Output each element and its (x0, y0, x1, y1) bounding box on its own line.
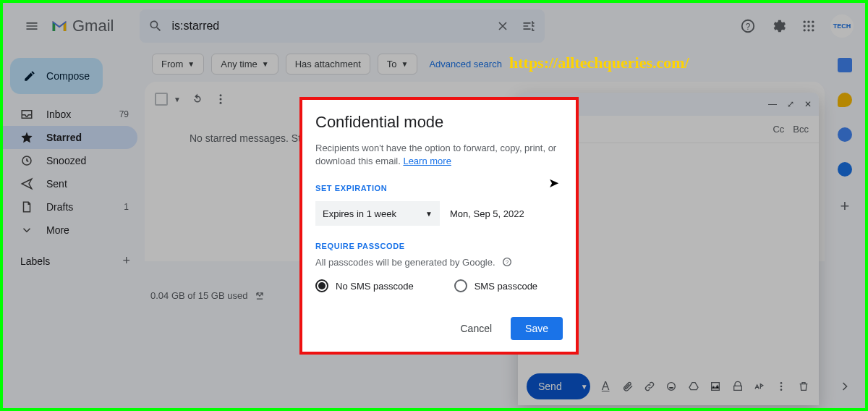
radio-icon (454, 279, 467, 292)
cancel-button[interactable]: Cancel (451, 317, 501, 340)
expiration-select[interactable]: Expires in 1 week ▼ (315, 201, 440, 226)
expiration-date: Mon, Sep 5, 2022 (450, 208, 524, 219)
caret-icon: ▼ (425, 210, 433, 218)
svg-text:?: ? (506, 259, 509, 266)
dialog-title: Confidential mode (315, 113, 563, 132)
radio-sms[interactable]: SMS passcode (454, 279, 537, 292)
save-button[interactable]: Save (511, 317, 563, 340)
expiration-value: Expires in 1 week (323, 208, 396, 219)
radio-icon (315, 279, 328, 292)
help-icon[interactable]: ? (501, 256, 513, 268)
passcode-note: All passcodes will be generated by Googl… (315, 257, 495, 268)
dialog-description: Recipients won't have the option to forw… (315, 142, 563, 168)
section-require-passcode: REQUIRE PASSCODE (315, 242, 563, 250)
mouse-cursor-icon: ➤ (548, 175, 559, 191)
learn-more-link[interactable]: Learn more (403, 156, 451, 166)
watermark-text: https://alltechqueries.com/ (509, 54, 689, 72)
radio-no-sms[interactable]: No SMS passcode (315, 279, 414, 292)
section-set-expiration: SET EXPIRATION (315, 184, 563, 192)
confidential-mode-dialog: Confidential mode Recipients won't have … (299, 97, 579, 355)
